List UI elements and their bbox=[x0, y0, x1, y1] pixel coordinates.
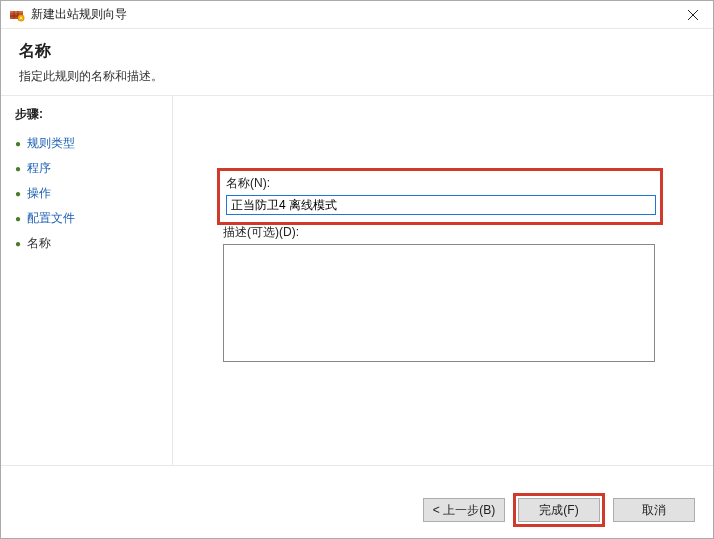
step-program[interactable]: ● 程序 bbox=[15, 156, 172, 181]
main-pane: 名称(N): 描述(可选)(D): bbox=[173, 96, 713, 465]
bullet-icon: ● bbox=[15, 163, 21, 174]
svg-rect-1 bbox=[10, 11, 23, 13]
wizard-header: 名称 指定此规则的名称和描述。 bbox=[1, 29, 713, 96]
svg-point-6 bbox=[20, 17, 22, 19]
name-label: 名称(N): bbox=[226, 175, 654, 192]
cancel-button[interactable]: 取消 bbox=[613, 498, 695, 522]
page-subtitle: 指定此规则的名称和描述。 bbox=[19, 68, 695, 85]
page-title: 名称 bbox=[19, 41, 695, 62]
bullet-icon: ● bbox=[15, 188, 21, 199]
bullet-icon: ● bbox=[15, 213, 21, 224]
step-label: 名称 bbox=[27, 235, 51, 252]
titlebar: 新建出站规则向导 bbox=[1, 1, 713, 29]
description-group: 描述(可选)(D): bbox=[223, 224, 661, 365]
step-profile[interactable]: ● 配置文件 bbox=[15, 206, 172, 231]
description-input[interactable] bbox=[223, 244, 655, 362]
name-field-highlight: 名称(N): bbox=[217, 168, 663, 225]
bullet-icon: ● bbox=[15, 238, 21, 249]
bullet-icon: ● bbox=[15, 138, 21, 149]
step-rule-type[interactable]: ● 规则类型 bbox=[15, 131, 172, 156]
steps-sidebar: 步骤: ● 规则类型 ● 程序 ● 操作 ● 配置文件 ● 名称 bbox=[1, 96, 173, 465]
window-title: 新建出站规则向导 bbox=[31, 6, 673, 23]
step-name[interactable]: ● 名称 bbox=[15, 231, 172, 256]
finish-button[interactable]: 完成(F) bbox=[518, 498, 600, 522]
back-button[interactable]: < 上一步(B) bbox=[423, 498, 505, 522]
step-label: 配置文件 bbox=[27, 210, 75, 227]
finish-button-highlight: 完成(F) bbox=[513, 493, 605, 527]
close-button[interactable] bbox=[673, 1, 713, 29]
name-input[interactable] bbox=[226, 195, 656, 215]
steps-heading: 步骤: bbox=[15, 106, 172, 123]
description-label: 描述(可选)(D): bbox=[223, 224, 661, 241]
step-label: 程序 bbox=[27, 160, 51, 177]
step-label: 规则类型 bbox=[27, 135, 75, 152]
firewall-icon bbox=[9, 7, 25, 23]
step-label: 操作 bbox=[27, 185, 51, 202]
step-action[interactable]: ● 操作 bbox=[15, 181, 172, 206]
wizard-footer: < 上一步(B) 完成(F) 取消 bbox=[1, 482, 713, 538]
